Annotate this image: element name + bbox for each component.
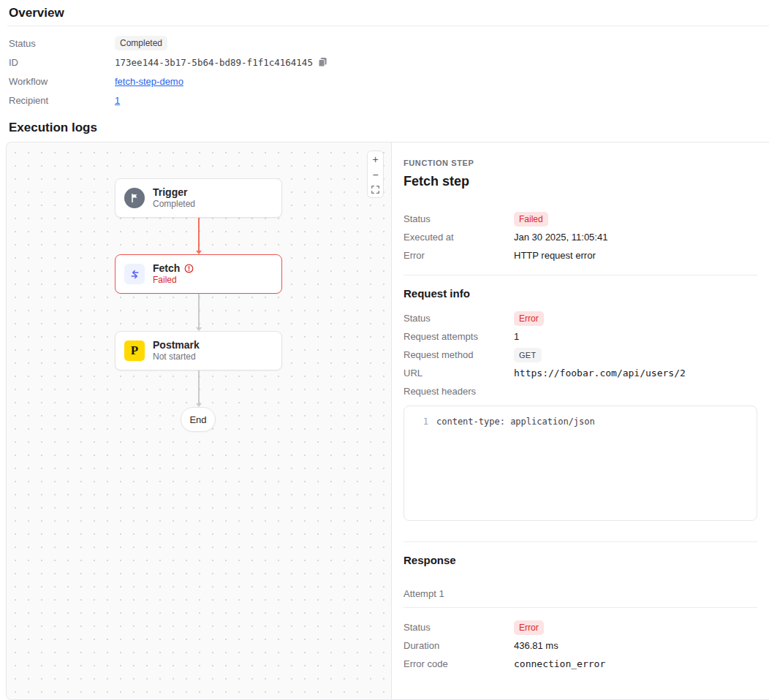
request-status-badge: Error [514,311,544,326]
status-label: Status [9,38,115,49]
request-url-label: URL [404,368,514,378]
step-status-badge: Failed [514,212,548,227]
zoom-out-button[interactable]: − [368,167,383,182]
attempt-divider [404,607,757,608]
request-url-row: URL https://foobar.com/api/users/2 [404,364,757,382]
step-error-row: Error HTTP request error [404,246,757,265]
overview-section: Overview [0,0,769,26]
edge-fetch-postmark [198,294,200,327]
code-line-content: content-type: application/json [436,416,595,428]
response-duration-label: Duration [404,640,514,651]
request-headers-code-block: 1 content-type: application/json [404,406,757,521]
response-error-code-value: connection_error [514,658,605,669]
section-divider [404,541,757,542]
step-error-value: HTTP request error [514,250,596,261]
request-url-value: https://foobar.com/api/users/2 [514,368,686,378]
step-details-panel: FUNCTION STEP Fetch step Status Failed E… [392,142,769,699]
response-status-label: Status [404,622,514,633]
swap-arrows-icon [124,264,145,284]
workflow-node-trigger[interactable]: Trigger Completed [115,178,282,218]
attempt-label: Attempt 1 [404,588,757,599]
overview-workflow-row: Workflow fetch-step-demo [9,72,760,91]
response-duration-row: Duration 436.81 ms [404,636,757,655]
fit-view-button[interactable] [368,182,383,197]
executed-at-label: Executed at [404,232,514,243]
transaction-id-value: 173ee144-3b17-5b64-bd89-f1f1c4164145 [115,57,313,68]
fetch-node-title: Fetch [153,262,180,275]
response-status-badge: Error [514,620,544,635]
request-headers-row: Request headers [404,382,757,400]
response-error-code-label: Error code [404,658,514,669]
status-badge: Completed [115,36,167,50]
workflow-label: Workflow [9,76,115,87]
overview-id-row: ID 173ee144-3b17-5b64-bd89-f1f1c4164145 [9,53,760,72]
step-error-label: Error [404,250,514,261]
response-duration-value: 436.81 ms [514,640,558,651]
edge-postmark-end [198,370,200,403]
postmark-logo-icon: P [124,341,145,361]
recipient-link[interactable]: 1 [115,95,120,106]
postmark-node-title: Postmark [153,339,200,351]
executed-at-value: Jan 30 2025, 11:05:41 [514,232,607,243]
request-status-label: Status [404,313,514,324]
request-headers-label: Request headers [404,386,514,397]
overview-rows: Status Completed ID 173ee144-3b17-5b64-b… [0,26,769,110]
overview-status-row: Status Completed [9,34,760,53]
step-status-row: Status Failed [404,210,757,228]
request-attempts-value: 1 [514,331,519,342]
end-node-label: End [189,414,206,425]
error-warning-icon [184,264,194,273]
request-method-row: Request method GET [404,346,757,364]
workflow-node-postmark[interactable]: P Postmark Not started [115,331,282,370]
section-divider [404,275,757,275]
copy-id-button[interactable] [318,57,327,67]
recipient-label: Recipient [9,95,115,106]
execution-logs-title: Execution logs [0,120,769,136]
zoom-in-button[interactable]: + [368,151,383,167]
request-method-badge: GET [514,348,542,362]
copy-icon [318,57,327,67]
request-info-title: Request info [404,287,757,300]
request-status-row: Status Error [404,309,757,327]
workflow-canvas[interactable]: Trigger Completed Fetch [7,142,392,699]
postmark-node-status: Not started [153,351,200,362]
canvas-controls: + − [367,151,384,198]
response-error-code-row: Error code connection_error [404,655,757,673]
response-title: Response [404,554,757,566]
workflow-node-fetch[interactable]: Fetch Failed [115,254,282,294]
fetch-node-status: Failed [153,275,194,286]
step-title: Fetch step [404,174,757,189]
executed-at-row: Executed at Jan 30 2025, 11:05:41 [404,228,757,246]
workflow-link[interactable]: fetch-step-demo [115,76,183,87]
code-line: 1 content-type: application/json [404,416,757,428]
flag-icon [124,188,145,208]
step-status-label: Status [404,213,514,224]
fit-view-icon [371,186,379,194]
edge-trigger-fetch [198,218,200,251]
workflow-node-end: End [181,407,216,432]
execution-logs-panel: Trigger Completed Fetch [6,142,769,700]
trigger-node-title: Trigger [153,186,187,199]
trigger-node-status: Completed [153,199,195,210]
overview-title: Overview [9,6,760,20]
request-method-label: Request method [404,349,514,360]
overview-recipient-row: Recipient 1 [9,91,760,110]
request-attempts-row: Request attempts 1 [404,327,757,346]
code-line-number: 1 [404,416,436,428]
id-label: ID [9,57,115,68]
request-attempts-label: Request attempts [404,331,514,342]
response-status-row: Status Error [404,618,757,636]
step-type-kicker: FUNCTION STEP [404,159,757,167]
